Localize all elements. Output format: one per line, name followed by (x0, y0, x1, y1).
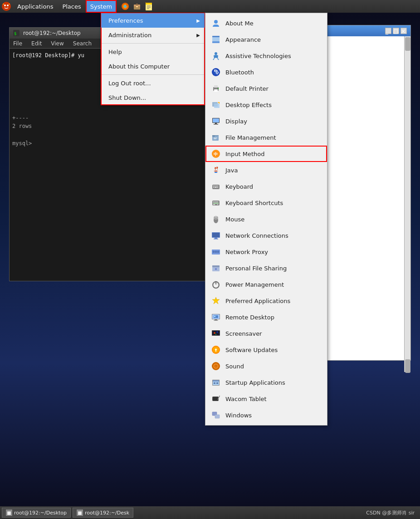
logout-menu-item[interactable]: Log Out root... (101, 76, 205, 90)
display-item[interactable]: Display (205, 113, 327, 129)
appearance-label: Appearance (225, 36, 261, 43)
svg-rect-21 (212, 36, 220, 37)
svg-rect-52 (216, 201, 217, 202)
svg-rect-97 (216, 382, 218, 384)
taskbar-item-2[interactable]: ■ root@192:~/Desk (73, 508, 133, 518)
personal-file-sharing-item[interactable]: Personal File Sharing (205, 260, 327, 276)
svg-point-101 (219, 396, 220, 397)
svg-point-2 (7, 5, 9, 6)
keyboard-item[interactable]: Keyboard (205, 178, 327, 195)
svg-rect-56 (217, 204, 218, 205)
sound-item[interactable]: Sound (205, 358, 327, 374)
keyboard-shortcuts-label: Keyboard Shortcuts (225, 200, 283, 206)
files-icon (211, 132, 221, 142)
about-me-label: About Me (225, 20, 254, 27)
preferred-apps-item[interactable]: Preferred Applications (205, 293, 327, 309)
svg-rect-72 (215, 268, 217, 270)
separator (101, 43, 205, 44)
separator2 (101, 74, 205, 75)
csdn-label: CSDN @多测师肖 sir (366, 510, 415, 516)
about-computer-menu-item[interactable]: About this Computer (101, 59, 205, 73)
sound-icon (211, 361, 221, 371)
svg-point-60 (215, 216, 217, 218)
network-proxy-icon (211, 247, 221, 257)
appearance-item[interactable]: Appearance (205, 31, 327, 48)
terminal-file-menu[interactable]: File (11, 39, 24, 48)
preferences-menu-item[interactable]: Preferences ▶ (101, 13, 205, 28)
help-menu-item[interactable]: Help (101, 44, 205, 59)
svg-point-68 (217, 251, 220, 253)
minimize-button[interactable]: _ (385, 28, 391, 34)
java-label: Java (225, 167, 238, 174)
default-printer-label: Default Printer (225, 85, 269, 92)
svg-point-29 (218, 88, 219, 89)
applications-menu[interactable]: Applications (13, 0, 58, 13)
about-me-item[interactable]: About Me (205, 15, 327, 31)
svg-rect-62 (212, 233, 220, 237)
places-menu[interactable]: Places (58, 0, 85, 13)
svg-rect-64 (214, 239, 218, 240)
remote-desktop-icon (211, 312, 221, 322)
shutdown-menu-item[interactable]: Shut Down... (101, 90, 205, 105)
firefox-icon[interactable] (120, 1, 130, 11)
preferred-apps-icon (211, 296, 221, 306)
administration-menu-item[interactable]: Administration ▶ (101, 28, 205, 42)
startup-apps-label: Startup Applications (225, 379, 285, 386)
keyboard-shortcuts-item[interactable]: Keyboard Shortcuts (205, 195, 327, 211)
terminal-edit-menu[interactable]: Edit (29, 39, 44, 48)
network-proxy-label: Network Proxy (225, 249, 268, 255)
package-icon[interactable] (132, 1, 142, 11)
power-management-label: Power Management (225, 281, 284, 288)
preferred-apps-label: Preferred Applications (225, 298, 290, 304)
maximize-button[interactable]: □ (393, 28, 399, 34)
taskbar-item-1[interactable]: ■ root@192:~/Desktop (2, 508, 71, 518)
startup-apps-item[interactable]: Startup Applications (205, 374, 327, 391)
svg-rect-46 (213, 187, 214, 188)
svg-rect-50 (213, 201, 214, 202)
svg-rect-47 (215, 187, 217, 188)
mouse-item[interactable]: Mouse (205, 211, 327, 227)
svg-rect-27 (214, 89, 218, 92)
windows-item[interactable]: Windows (205, 407, 327, 423)
terminal-taskbar-icon-2: ■ (77, 509, 83, 516)
svg-rect-4 (9, 4, 10, 5)
svg-rect-71 (212, 265, 220, 267)
desktop-effects-label: Desktop Effects (225, 102, 272, 108)
default-printer-item[interactable]: Default Printer (205, 80, 327, 97)
svg-text:中: 中 (214, 152, 218, 157)
terminal-icon: $ (13, 30, 20, 36)
svg-point-92 (215, 366, 216, 367)
svg-rect-35 (214, 124, 218, 125)
person-icon (211, 18, 221, 28)
terminal-search-menu[interactable]: Search (71, 39, 93, 48)
wacom-tablet-item[interactable]: Wacom Tablet (205, 391, 327, 407)
svg-line-25 (218, 59, 219, 60)
network-proxy-item[interactable]: Network Proxy (205, 244, 327, 260)
terminal-view-menu[interactable]: View (49, 39, 65, 48)
notes-icon[interactable] (144, 1, 154, 11)
keyboard-icon (211, 181, 221, 191)
wacom-tablet-label: Wacom Tablet (225, 396, 267, 402)
svg-rect-63 (215, 238, 217, 239)
file-management-item[interactable]: File Management (205, 129, 327, 146)
network-connections-item[interactable]: Network Connections (205, 227, 327, 244)
svg-marker-75 (212, 297, 220, 304)
bluetooth-item[interactable]: ⮷ Bluetooth (205, 64, 327, 80)
desktop-effects-item[interactable]: Desktop Effects (205, 97, 327, 113)
system-dropdown: Preferences ▶ Administration ▶ Help Abou… (101, 13, 205, 105)
svg-rect-31 (214, 103, 220, 108)
svg-point-19 (214, 20, 218, 24)
system-menu[interactable]: System (86, 0, 117, 13)
assistive-tech-item[interactable]: Assistive Technologies (205, 48, 327, 64)
screensaver-item[interactable]: Screensaver (205, 325, 327, 342)
svg-rect-53 (217, 201, 218, 202)
svg-point-85 (217, 332, 218, 333)
input-method-icon: 中 (211, 149, 221, 159)
remote-desktop-item[interactable]: Remote Desktop (205, 309, 327, 325)
power-management-item[interactable]: Power Management (205, 276, 327, 293)
input-method-item[interactable]: 中 Input Method (205, 146, 327, 162)
software-updates-item[interactable]: Software Updates (205, 342, 327, 358)
java-item[interactable]: Java (205, 162, 327, 178)
close-button[interactable]: × (400, 28, 407, 34)
svg-point-66 (213, 251, 215, 253)
